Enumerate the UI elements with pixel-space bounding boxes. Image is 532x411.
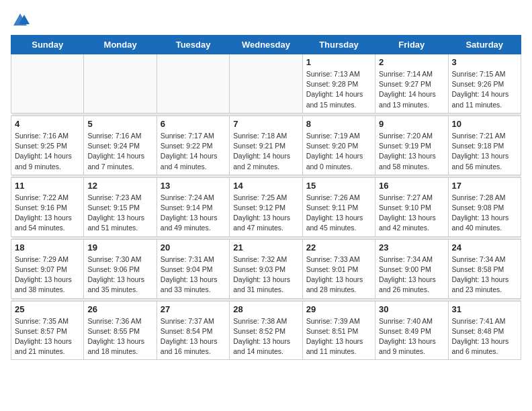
cell-day-number: 6 <box>161 119 226 129</box>
page-header <box>11 11 521 30</box>
cell-day-info: Sunrise: 7:14 AM Sunset: 9:27 PM Dayligh… <box>379 69 444 110</box>
cell-day-number: 2 <box>379 57 444 67</box>
cell-day-number: 31 <box>452 304 517 314</box>
cell-day-number: 25 <box>15 304 80 314</box>
calendar-week-row: 18Sunrise: 7:29 AM Sunset: 9:07 PM Dayli… <box>11 239 521 298</box>
cell-day-number: 4 <box>15 119 80 129</box>
day-header-saturday: Saturday <box>448 36 521 54</box>
calendar-week-row: 11Sunrise: 7:22 AM Sunset: 9:16 PM Dayli… <box>11 177 521 236</box>
calendar-cell <box>157 54 229 113</box>
calendar-header-row: SundayMondayTuesdayWednesdayThursdayFrid… <box>11 36 521 54</box>
calendar-cell: 25Sunrise: 7:35 AM Sunset: 8:57 PM Dayli… <box>11 301 84 360</box>
calendar-cell: 1Sunrise: 7:13 AM Sunset: 9:28 PM Daylig… <box>302 54 375 113</box>
cell-day-number: 23 <box>379 242 444 253</box>
cell-day-number: 5 <box>87 119 152 129</box>
day-header-tuesday: Tuesday <box>157 36 229 54</box>
cell-day-number: 30 <box>379 304 444 314</box>
cell-day-info: Sunrise: 7:41 AM Sunset: 8:48 PM Dayligh… <box>452 316 517 357</box>
cell-day-info: Sunrise: 7:26 AM Sunset: 9:11 PM Dayligh… <box>306 193 371 234</box>
cell-day-number: 8 <box>306 119 371 129</box>
cell-day-info: Sunrise: 7:30 AM Sunset: 9:06 PM Dayligh… <box>87 255 152 295</box>
calendar-cell: 29Sunrise: 7:39 AM Sunset: 8:51 PM Dayli… <box>302 301 375 360</box>
day-header-thursday: Thursday <box>302 36 375 54</box>
calendar-table: SundayMondayTuesdayWednesdayThursdayFrid… <box>11 35 521 360</box>
cell-day-info: Sunrise: 7:18 AM Sunset: 9:21 PM Dayligh… <box>233 131 298 172</box>
cell-day-number: 19 <box>87 242 152 253</box>
cell-day-number: 20 <box>161 242 226 253</box>
cell-day-number: 24 <box>452 242 517 253</box>
calendar-cell: 11Sunrise: 7:22 AM Sunset: 9:16 PM Dayli… <box>11 177 84 236</box>
cell-day-info: Sunrise: 7:21 AM Sunset: 9:18 PM Dayligh… <box>452 131 517 172</box>
calendar-cell: 19Sunrise: 7:30 AM Sunset: 9:06 PM Dayli… <box>84 239 157 298</box>
cell-day-info: Sunrise: 7:36 AM Sunset: 8:55 PM Dayligh… <box>87 316 152 357</box>
calendar-cell: 24Sunrise: 7:34 AM Sunset: 8:58 PM Dayli… <box>448 239 521 298</box>
cell-day-info: Sunrise: 7:28 AM Sunset: 9:08 PM Dayligh… <box>452 193 517 234</box>
calendar-cell: 18Sunrise: 7:29 AM Sunset: 9:07 PM Dayli… <box>11 239 84 298</box>
calendar-cell: 2Sunrise: 7:14 AM Sunset: 9:27 PM Daylig… <box>375 54 448 113</box>
calendar-cell: 7Sunrise: 7:18 AM Sunset: 9:21 PM Daylig… <box>230 116 302 175</box>
day-header-friday: Friday <box>375 36 448 54</box>
cell-day-number: 22 <box>306 242 371 253</box>
cell-day-info: Sunrise: 7:32 AM Sunset: 9:03 PM Dayligh… <box>233 255 298 295</box>
cell-day-info: Sunrise: 7:38 AM Sunset: 8:52 PM Dayligh… <box>233 316 298 357</box>
calendar-cell: 12Sunrise: 7:23 AM Sunset: 9:15 PM Dayli… <box>84 177 157 236</box>
cell-day-info: Sunrise: 7:13 AM Sunset: 9:28 PM Dayligh… <box>306 69 371 110</box>
calendar-cell: 20Sunrise: 7:31 AM Sunset: 9:04 PM Dayli… <box>157 239 229 298</box>
cell-day-info: Sunrise: 7:22 AM Sunset: 9:16 PM Dayligh… <box>15 193 80 234</box>
calendar-cell: 31Sunrise: 7:41 AM Sunset: 8:48 PM Dayli… <box>448 301 521 360</box>
calendar-cell: 9Sunrise: 7:20 AM Sunset: 9:19 PM Daylig… <box>375 116 448 175</box>
cell-day-info: Sunrise: 7:37 AM Sunset: 8:54 PM Dayligh… <box>161 316 226 357</box>
cell-day-info: Sunrise: 7:16 AM Sunset: 9:24 PM Dayligh… <box>87 131 152 172</box>
calendar-cell: 22Sunrise: 7:33 AM Sunset: 9:01 PM Dayli… <box>302 239 375 298</box>
calendar-cell: 26Sunrise: 7:36 AM Sunset: 8:55 PM Dayli… <box>84 301 157 360</box>
cell-day-info: Sunrise: 7:39 AM Sunset: 8:51 PM Dayligh… <box>306 316 371 357</box>
cell-day-info: Sunrise: 7:25 AM Sunset: 9:12 PM Dayligh… <box>233 193 298 234</box>
cell-day-info: Sunrise: 7:33 AM Sunset: 9:01 PM Dayligh… <box>306 255 371 295</box>
calendar-cell: 6Sunrise: 7:17 AM Sunset: 9:22 PM Daylig… <box>157 116 229 175</box>
cell-day-number: 16 <box>379 181 444 191</box>
cell-day-info: Sunrise: 7:34 AM Sunset: 8:58 PM Dayligh… <box>452 255 517 295</box>
calendar-cell: 4Sunrise: 7:16 AM Sunset: 9:25 PM Daylig… <box>11 116 84 175</box>
cell-day-number: 28 <box>233 304 298 314</box>
cell-day-number: 1 <box>306 57 371 67</box>
cell-day-number: 10 <box>452 119 517 129</box>
cell-day-info: Sunrise: 7:19 AM Sunset: 9:20 PM Dayligh… <box>306 131 371 172</box>
calendar-week-row: 1Sunrise: 7:13 AM Sunset: 9:28 PM Daylig… <box>11 54 521 113</box>
calendar-cell: 3Sunrise: 7:15 AM Sunset: 9:26 PM Daylig… <box>448 54 521 113</box>
cell-day-info: Sunrise: 7:40 AM Sunset: 8:49 PM Dayligh… <box>379 316 444 357</box>
calendar-cell <box>11 54 84 113</box>
cell-day-number: 9 <box>379 119 444 129</box>
cell-day-number: 21 <box>233 242 298 253</box>
cell-day-info: Sunrise: 7:15 AM Sunset: 9:26 PM Dayligh… <box>452 69 517 110</box>
calendar-cell: 17Sunrise: 7:28 AM Sunset: 9:08 PM Dayli… <box>448 177 521 236</box>
cell-day-info: Sunrise: 7:16 AM Sunset: 9:25 PM Dayligh… <box>15 131 80 172</box>
calendar-week-row: 25Sunrise: 7:35 AM Sunset: 8:57 PM Dayli… <box>11 301 521 360</box>
cell-day-info: Sunrise: 7:34 AM Sunset: 9:00 PM Dayligh… <box>379 255 444 295</box>
calendar-cell: 28Sunrise: 7:38 AM Sunset: 8:52 PM Dayli… <box>230 301 302 360</box>
cell-day-info: Sunrise: 7:24 AM Sunset: 9:14 PM Dayligh… <box>161 193 226 234</box>
calendar-cell: 10Sunrise: 7:21 AM Sunset: 9:18 PM Dayli… <box>448 116 521 175</box>
cell-day-info: Sunrise: 7:35 AM Sunset: 8:57 PM Dayligh… <box>15 316 80 357</box>
cell-day-number: 17 <box>452 181 517 191</box>
cell-day-info: Sunrise: 7:29 AM Sunset: 9:07 PM Dayligh… <box>15 255 80 295</box>
cell-day-number: 18 <box>15 242 80 253</box>
cell-day-number: 29 <box>306 304 371 314</box>
calendar-cell: 21Sunrise: 7:32 AM Sunset: 9:03 PM Dayli… <box>230 239 302 298</box>
calendar-cell: 13Sunrise: 7:24 AM Sunset: 9:14 PM Dayli… <box>157 177 229 236</box>
cell-day-number: 15 <box>306 181 371 191</box>
calendar-cell: 8Sunrise: 7:19 AM Sunset: 9:20 PM Daylig… <box>302 116 375 175</box>
cell-day-number: 27 <box>161 304 226 314</box>
day-header-wednesday: Wednesday <box>230 36 302 54</box>
logo-icon <box>11 11 30 30</box>
cell-day-number: 3 <box>452 57 517 67</box>
day-header-sunday: Sunday <box>11 36 84 54</box>
calendar-cell: 14Sunrise: 7:25 AM Sunset: 9:12 PM Dayli… <box>230 177 302 236</box>
cell-day-number: 13 <box>161 181 226 191</box>
cell-day-info: Sunrise: 7:17 AM Sunset: 9:22 PM Dayligh… <box>161 131 226 172</box>
cell-day-number: 7 <box>233 119 298 129</box>
cell-day-info: Sunrise: 7:20 AM Sunset: 9:19 PM Dayligh… <box>379 131 444 172</box>
calendar-cell: 5Sunrise: 7:16 AM Sunset: 9:24 PM Daylig… <box>84 116 157 175</box>
calendar-cell <box>230 54 302 113</box>
calendar-cell: 15Sunrise: 7:26 AM Sunset: 9:11 PM Dayli… <box>302 177 375 236</box>
calendar-cell: 23Sunrise: 7:34 AM Sunset: 9:00 PM Dayli… <box>375 239 448 298</box>
